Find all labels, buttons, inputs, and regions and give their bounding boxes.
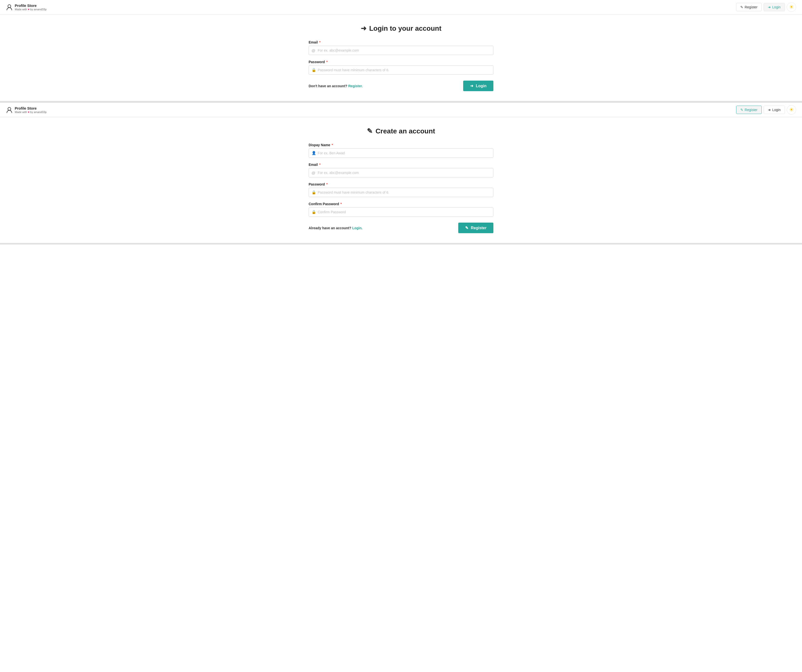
navbar-register: Profile Store Made with ♥ by amand33p ✎ …	[0, 103, 802, 117]
login-form-title: ➜ Login to your account	[309, 24, 493, 32]
settings-sun-icon-2: ☀	[789, 107, 794, 113]
heart-icon: ♥	[28, 8, 30, 11]
brand-tagline: Made with ♥ by amand33p	[15, 8, 47, 11]
svg-point-0	[8, 5, 11, 8]
navbar-login: Profile Store Made with ♥ by amand33p ✎ …	[0, 0, 802, 15]
login-form-footer: Don't have an account? Register. ➜ Login	[309, 81, 493, 91]
email-form-group: Email * @	[309, 40, 493, 55]
email-input-wrapper: @	[309, 46, 493, 55]
register-form-title: ✎ Create an account	[309, 127, 493, 135]
password-input-2[interactable]	[309, 188, 493, 197]
register-title-icon: ✎	[367, 127, 372, 135]
register-submit-button[interactable]: ✎ Register	[458, 223, 493, 233]
email-input-wrapper-2: @	[309, 168, 493, 178]
display-name-input-wrapper: 👤	[309, 149, 493, 158]
login-form-section: ➜ Login to your account Email * @ Passwo…	[303, 15, 499, 101]
navbar-actions: ✎ Register ➜ Login ☀	[736, 2, 796, 12]
display-name-label: Dispay Name *	[309, 143, 493, 147]
password-lock-icon-2: 🔒	[312, 190, 316, 195]
login-nav-button[interactable]: ➜ Login	[764, 3, 785, 11]
register-screen: Profile Store Made with ♥ by amand33p ✎ …	[0, 103, 802, 244]
password-input-wrapper: 🔒	[309, 65, 493, 75]
brand-logo: Profile Store Made with ♥ by amand33p	[6, 3, 47, 11]
confirm-password-input[interactable]	[309, 207, 493, 217]
register-form-footer: Already have an account? Login. ✎ Regist…	[309, 223, 493, 233]
register-prompt: Don't have an account? Register.	[309, 84, 363, 88]
password-form-group-2: Password * 🔒	[309, 182, 493, 197]
confirm-password-form-group: Confirm Password * 🔒	[309, 202, 493, 217]
password-label-2: Password *	[309, 182, 493, 186]
login-prompt: Already have an account? Login.	[309, 226, 362, 230]
login-nav-icon: ➜	[768, 5, 771, 9]
heart-icon-2: ♥	[28, 111, 30, 113]
profile-store-icon-2	[6, 107, 13, 113]
password-lock-icon: 🔒	[312, 68, 316, 72]
profile-store-icon	[6, 4, 13, 11]
brand-text: Profile Store Made with ♥ by amand33p	[15, 3, 47, 11]
login-nav-button-2[interactable]: ➜ Login	[764, 106, 785, 114]
login-submit-icon: ➜	[470, 84, 473, 88]
email-required: *	[319, 40, 320, 44]
brand-tagline-2: Made with ♥ by amand33p	[15, 111, 47, 113]
svg-point-1	[8, 107, 11, 110]
login-screen: Profile Store Made with ♥ by amand33p ✎ …	[0, 0, 802, 102]
login-nav-icon-2: ➜	[768, 108, 771, 112]
login-submit-button[interactable]: ➜ Login	[463, 81, 493, 91]
password-input-wrapper-2: 🔒	[309, 188, 493, 197]
password-label: Password *	[309, 60, 493, 64]
confirm-password-label: Confirm Password *	[309, 202, 493, 206]
brand-name-2: Profile Store	[15, 106, 47, 111]
display-name-form-group: Dispay Name * 👤	[309, 143, 493, 158]
settings-sun-icon: ☀	[789, 4, 794, 10]
brand-name: Profile Store	[15, 3, 47, 8]
display-name-input[interactable]	[309, 149, 493, 158]
register-submit-icon: ✎	[465, 226, 468, 230]
register-form-section: ✎ Create an account Dispay Name * 👤 Emai…	[303, 117, 499, 243]
display-name-required: *	[332, 143, 333, 147]
register-nav-button[interactable]: ✎ Register	[736, 3, 762, 11]
email-label: Email *	[309, 40, 493, 44]
email-input-2[interactable]	[309, 168, 493, 178]
settings-button-2[interactable]: ☀	[787, 105, 796, 115]
confirm-password-input-wrapper: 🔒	[309, 207, 493, 217]
register-nav-button-2[interactable]: ✎ Register	[736, 106, 762, 114]
email-at-icon: @	[312, 48, 315, 53]
navbar-actions-2: ✎ Register ➜ Login ☀	[736, 105, 796, 115]
register-nav-icon: ✎	[741, 5, 743, 9]
register-nav-icon-2: ✎	[741, 108, 743, 112]
email-at-icon-2: @	[312, 171, 315, 175]
login-link[interactable]: Login.	[352, 226, 362, 230]
brand-logo-2: Profile Store Made with ♥ by amand33p	[6, 106, 47, 113]
password-required-2: *	[326, 182, 328, 186]
email-form-group-2: Email * @	[309, 163, 493, 178]
register-link[interactable]: Register.	[348, 84, 363, 88]
brand-text-2: Profile Store Made with ♥ by amand33p	[15, 106, 47, 113]
settings-button[interactable]: ☀	[787, 2, 796, 12]
password-form-group: Password * 🔒	[309, 60, 493, 75]
display-name-person-icon: 👤	[312, 151, 316, 155]
email-input[interactable]	[309, 46, 493, 55]
password-required: *	[326, 60, 328, 64]
email-required-2: *	[319, 163, 320, 166]
password-input[interactable]	[309, 65, 493, 75]
email-label-2: Email *	[309, 163, 493, 166]
confirm-password-lock-icon: 🔒	[312, 210, 316, 214]
confirm-password-required: *	[341, 202, 342, 206]
login-title-icon: ➜	[361, 24, 366, 32]
